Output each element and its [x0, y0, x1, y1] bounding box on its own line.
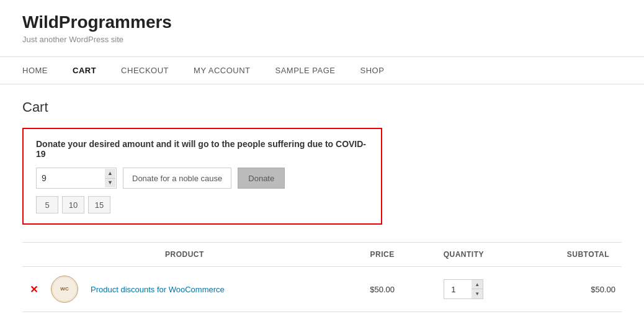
price-cell: $50.00 [349, 267, 416, 312]
site-title: WildProgrammers [22, 12, 622, 32]
site-header: WildProgrammers Just another WordPress s… [0, 0, 644, 50]
nav-link-home[interactable]: HOME [22, 57, 60, 84]
donate-message: Donate your desired amount and it will g… [36, 139, 369, 159]
col-price: PRICE [349, 243, 416, 267]
donate-spin-up[interactable]: ▲ [105, 169, 115, 179]
donate-label-button[interactable]: Donate for a noble cause [123, 168, 231, 189]
donate-number-wrap: ▲ ▼ [36, 168, 117, 189]
page-content: Cart Donate your desired amount and it w… [0, 84, 644, 314]
donate-spinners: ▲ ▼ [105, 169, 115, 187]
quantity-spin-down[interactable]: ▼ [472, 289, 483, 298]
quantity-spinners: ▲ ▼ [472, 280, 483, 298]
col-remove [22, 243, 45, 267]
cart-table: PRODUCT PRICE QUANTITY SUBTOTAL ✕ WC Pro… [22, 242, 622, 312]
product-logo-text: WC [60, 286, 68, 292]
page-title: Cart [22, 99, 622, 115]
subtotal-cell: $50.00 [511, 267, 622, 312]
preset-btn-10[interactable]: 10 [62, 196, 84, 213]
product-link[interactable]: Product discounts for WooCommerce [91, 285, 225, 294]
quantity-spin-up[interactable]: ▲ [472, 280, 483, 289]
col-thumb [45, 243, 84, 267]
nav-item-checkout: CHECKOUT [109, 57, 181, 84]
nav-link-my-account[interactable]: MY ACCOUNT [181, 57, 262, 84]
nav-item-cart: CART [60, 57, 109, 84]
preset-btn-5[interactable]: 5 [36, 196, 58, 213]
table-row: ✕ WC Product discounts for WooCommerce $… [22, 267, 622, 312]
col-quantity: QUANTITY [416, 243, 511, 267]
product-name-cell: Product discounts for WooCommerce [84, 267, 349, 312]
col-product: PRODUCT [84, 243, 349, 267]
nav-item-shop: SHOP [348, 57, 397, 84]
nav-link-sample-page[interactable]: SAMPLE PAGE [263, 57, 348, 84]
quantity-wrapper: ▲ ▼ [444, 279, 483, 299]
remove-cell: ✕ [22, 267, 45, 312]
product-thumbnail: WC [51, 276, 78, 303]
main-nav: HOMECARTCHECKOUTMY ACCOUNTSAMPLE PAGESHO… [0, 56, 644, 84]
nav-item-sample-page: SAMPLE PAGE [263, 57, 348, 84]
remove-icon[interactable]: ✕ [30, 284, 38, 295]
donate-spin-down[interactable]: ▼ [105, 179, 115, 188]
nav-link-checkout[interactable]: CHECKOUT [109, 57, 181, 84]
quantity-input[interactable] [444, 280, 472, 298]
preset-btn-15[interactable]: 15 [88, 196, 110, 213]
nav-link-cart[interactable]: CART [60, 57, 109, 84]
quantity-cell: ▲ ▼ [416, 267, 511, 312]
col-subtotal: SUBTOTAL [511, 243, 622, 267]
donate-input-row: ▲ ▼ Donate for a noble cause Donate [36, 168, 369, 189]
donate-box: Donate your desired amount and it will g… [22, 128, 382, 225]
donate-button[interactable]: Donate [238, 168, 285, 189]
nav-link-shop[interactable]: SHOP [348, 57, 397, 84]
preset-buttons: 51015 [36, 196, 369, 213]
nav-item-home: HOME [22, 57, 60, 84]
nav-item-my-account: MY ACCOUNT [181, 57, 262, 84]
cart-table-header: PRODUCT PRICE QUANTITY SUBTOTAL [22, 243, 622, 267]
site-tagline: Just another WordPress site [22, 35, 622, 44]
thumb-cell: WC [45, 267, 84, 312]
